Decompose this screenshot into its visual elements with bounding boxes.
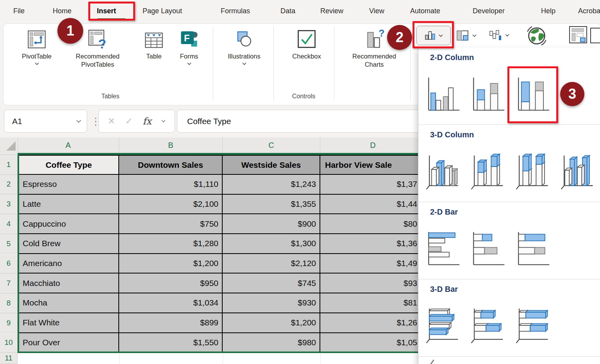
name-box[interactable]: A1 bbox=[4, 110, 87, 133]
sales-value-cell[interactable]: $2,120 bbox=[223, 254, 320, 274]
pivottable-button[interactable]: PivotTable bbox=[16, 29, 58, 65]
sales-value-cell[interactable]: $1,200 bbox=[119, 254, 223, 274]
sales-value-cell[interactable]: $1,355 bbox=[223, 195, 320, 215]
row-header-2[interactable]: 2 bbox=[0, 175, 18, 195]
sales-value-cell[interactable]: $1,110 bbox=[119, 175, 223, 195]
checkbox-icon bbox=[296, 29, 317, 49]
sales-value-cell[interactable]: $1,36 bbox=[320, 234, 418, 254]
tab-automate[interactable]: Automate bbox=[410, 0, 440, 22]
sales-value-cell[interactable]: $930 bbox=[223, 293, 320, 313]
sales-value-cell[interactable]: $1,200 bbox=[223, 313, 320, 333]
tab-developer[interactable]: Developer bbox=[473, 0, 505, 22]
coffee-name-cell[interactable]: Latte bbox=[18, 195, 119, 215]
header-cell[interactable]: Coffee Type bbox=[18, 155, 119, 175]
coffee-name-cell[interactable]: Cappuccino bbox=[18, 214, 119, 234]
tab-acrobat[interactable]: Acrobat bbox=[578, 0, 600, 22]
chart-type-stacked-bar-100[interactable] bbox=[513, 221, 552, 277]
pivotchart-button[interactable] bbox=[569, 26, 600, 45]
coffee-name-cell[interactable]: Mocha bbox=[18, 293, 119, 313]
tab-data[interactable]: Data bbox=[280, 0, 295, 22]
sales-value-cell[interactable]: $80 bbox=[320, 214, 418, 234]
sales-value-cell[interactable]: $1,26 bbox=[320, 313, 418, 333]
sales-value-cell[interactable]: $1,05 bbox=[320, 333, 418, 353]
coffee-name-cell[interactable]: Flat White bbox=[18, 313, 119, 333]
chart-type-clustered-column[interactable] bbox=[423, 67, 462, 122]
header-cell[interactable]: Westside Sales bbox=[223, 155, 320, 175]
sales-value-cell[interactable]: $1,49 bbox=[320, 254, 418, 274]
chart-type-stacked-bar-3d[interactable] bbox=[468, 298, 507, 354]
row-header-6[interactable]: 6 bbox=[0, 254, 18, 274]
stacked-column-3d-icon bbox=[469, 148, 506, 195]
sales-value-cell[interactable]: $1,243 bbox=[223, 175, 320, 195]
chart-type-stacked-bar[interactable] bbox=[468, 221, 507, 277]
chart-type-stacked-column-3d[interactable] bbox=[468, 144, 507, 199]
sales-value-cell[interactable]: $1,300 bbox=[223, 234, 320, 254]
chart-type-column-3d[interactable] bbox=[558, 144, 597, 199]
insert-hierarchy-chart-button[interactable] bbox=[455, 30, 477, 41]
sales-value-cell[interactable]: $950 bbox=[119, 273, 223, 293]
select-all-button[interactable] bbox=[0, 137, 18, 153]
sales-value-cell[interactable]: $1,034 bbox=[119, 293, 223, 313]
row-header-3[interactable]: 3 bbox=[0, 194, 18, 214]
insert-function-icon[interactable]: fx bbox=[143, 116, 151, 127]
chart-type-clustered-bar[interactable] bbox=[423, 221, 462, 277]
chevron-down-icon[interactable] bbox=[161, 120, 166, 123]
tab-view[interactable]: View bbox=[369, 0, 384, 22]
sales-value-cell[interactable]: $93 bbox=[320, 273, 418, 293]
forms-button[interactable]: F Forms bbox=[171, 29, 207, 65]
chart-type-stacked-bar-100-3d[interactable] bbox=[513, 298, 552, 354]
sales-value-cell[interactable]: $2,100 bbox=[119, 195, 223, 215]
tab-review[interactable]: Review bbox=[320, 0, 343, 22]
row-header-7[interactable]: 7 bbox=[0, 273, 18, 293]
chart-type-clustered-bar-3d[interactable] bbox=[423, 298, 462, 354]
pivotchart-icon bbox=[569, 26, 600, 45]
sales-value-cell[interactable]: $980 bbox=[223, 333, 320, 353]
column-header-A[interactable]: A bbox=[18, 137, 119, 153]
table-button[interactable]: Table bbox=[137, 29, 171, 60]
chart-type-stacked-column[interactable] bbox=[468, 67, 507, 122]
row-header-8[interactable]: 8 bbox=[0, 293, 18, 313]
coffee-name-cell[interactable]: Espresso bbox=[18, 175, 119, 195]
enter-icon[interactable]: ✓ bbox=[125, 116, 133, 126]
column-header-D[interactable]: D bbox=[320, 137, 426, 153]
sales-value-cell[interactable]: $745 bbox=[223, 273, 320, 293]
sales-value-cell[interactable]: $1,37 bbox=[320, 175, 418, 195]
chevron-down-icon[interactable] bbox=[76, 120, 81, 123]
insert-waterfall-chart-button[interactable] bbox=[488, 29, 509, 41]
row-header-9[interactable]: 9 bbox=[0, 313, 18, 333]
coffee-name-cell[interactable]: Pour Over bbox=[18, 333, 119, 353]
column-header-C[interactable]: C bbox=[223, 137, 320, 153]
header-cell[interactable]: Harbor View Sale bbox=[320, 155, 418, 175]
sales-value-cell[interactable]: $1,280 bbox=[119, 234, 223, 254]
sales-value-cell[interactable]: $1,550 bbox=[119, 333, 223, 353]
tab-help[interactable]: Help bbox=[541, 0, 555, 22]
sales-value-cell[interactable]: $750 bbox=[119, 214, 223, 234]
coffee-name-cell[interactable]: Macchiato bbox=[18, 273, 119, 293]
row-header-1[interactable]: 1 bbox=[0, 155, 18, 175]
sales-value-cell[interactable]: $1,44 bbox=[320, 195, 418, 215]
illustrations-button[interactable]: Illustrations bbox=[217, 29, 271, 65]
chart-type-clustered-column-3d[interactable] bbox=[423, 144, 462, 199]
tab-formulas[interactable]: Formulas bbox=[221, 0, 250, 22]
row-header-5[interactable]: 5 bbox=[0, 234, 18, 254]
selection-border-bottom bbox=[18, 352, 418, 353]
checkbox-button[interactable]: Checkbox bbox=[278, 29, 335, 60]
column-header-B[interactable]: B bbox=[119, 137, 223, 153]
maps-button[interactable] bbox=[526, 25, 548, 47]
annotation-step-2: 2 bbox=[387, 25, 412, 50]
header-cell[interactable]: Downtown Sales bbox=[119, 155, 223, 175]
sales-value-cell[interactable]: $81 bbox=[320, 293, 418, 313]
svg-text:?: ? bbox=[379, 29, 384, 39]
coffee-name-cell[interactable]: Cold Brew bbox=[18, 234, 119, 254]
row-header-11[interactable]: 11 bbox=[0, 353, 18, 364]
tab-page-layout[interactable]: Page Layout bbox=[143, 0, 182, 22]
sales-value-cell[interactable]: $899 bbox=[119, 313, 223, 333]
row-header-4[interactable]: 4 bbox=[0, 214, 18, 234]
clustered-bar-icon bbox=[424, 225, 461, 273]
sales-value-cell[interactable]: $900 bbox=[223, 214, 320, 234]
cancel-icon[interactable]: ✕ bbox=[108, 116, 115, 126]
row-header-10[interactable]: 10 bbox=[0, 333, 18, 353]
coffee-name-cell[interactable]: Americano bbox=[18, 254, 119, 274]
tab-file[interactable]: File bbox=[13, 0, 25, 22]
chart-type-stacked-column-100-3d[interactable] bbox=[513, 144, 552, 199]
